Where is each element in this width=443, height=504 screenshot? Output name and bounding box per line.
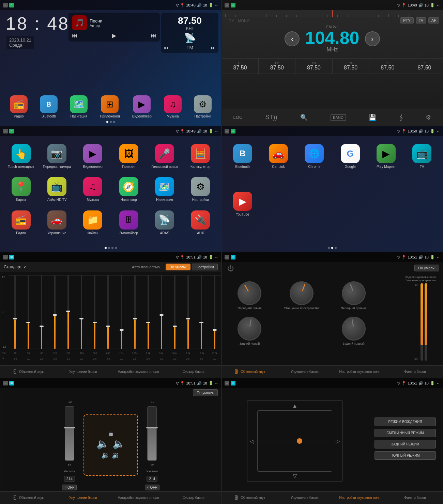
mixed-mode-btn[interactable]: СМЕШАННЫЙ РЕЖИМ [375,429,436,437]
eq-slider-9[interactable] [128,275,141,349]
minimize-btn[interactable]: – [225,3,229,7]
radio-prev-btn[interactable]: ‹ [285,31,300,46]
eq-slider-14[interactable] [195,275,208,349]
app-radio[interactable]: 📻 Радио [10,95,28,118]
app-adas[interactable]: 📡 ADAS [147,210,182,235]
bass-tab-filter[interactable]: Фильтр басов [166,492,221,504]
front-right-knob[interactable] [338,278,369,309]
app-nav[interactable]: 🗺️ Навигация [70,95,88,118]
tune-btn[interactable]: 𝄞 [399,114,403,121]
rear-left-knob[interactable] [236,315,263,342]
bass-off-btn[interactable]: < OFF [62,485,77,490]
app-chrome[interactable]: 🌐 Chrome [296,144,332,169]
bass-tab-surround[interactable]: 🎚 Объемный звук [0,492,56,504]
back-btn[interactable]: ← [436,3,440,7]
radio-next-btn[interactable]: ⏭ [211,45,216,50]
rear-right-knob[interactable] [340,315,367,342]
bass-left-track[interactable] [65,406,74,461]
eq-slider-11[interactable] [155,275,168,349]
app-steering[interactable]: 🚗 Управление [39,210,75,235]
app-limetv[interactable]: 📺 Лайм HD TV [39,177,75,202]
home-btn[interactable]: ⌂ [9,129,14,133]
bass-tab-bass[interactable]: Улучшение басов [56,492,111,504]
app-files[interactable]: 📁 Файлы [75,210,111,235]
back-btn[interactable]: ← [436,255,440,259]
eq-slider-8[interactable] [115,275,128,349]
loc-btn[interactable]: LOC [233,115,243,120]
sf-position-dot[interactable] [297,438,302,444]
home-btn[interactable]: ⌂ [231,129,235,133]
rear-mode-btn[interactable]: ЗАДНИЙ РЕЖИМ [375,440,436,448]
back-btn[interactable]: ← [436,381,440,385]
sp-tab-filter[interactable]: Фильтр басов [387,366,443,378]
app-navigation[interactable]: 🗺️ Навигация [147,177,182,202]
minimize-btn[interactable]: – [225,381,229,385]
radio-prev-btn[interactable]: ⏮ [164,45,169,50]
slider-track-2[interactable] [425,283,427,361]
search-btn[interactable]: 🔍 [300,114,308,121]
sf-tab-field[interactable]: Настройки звукового поля [332,492,387,504]
bass-off-btn-r[interactable]: < OFF [145,485,159,490]
eq-slider-3[interactable] [48,275,61,349]
space-knob[interactable] [286,278,317,309]
ta-btn[interactable]: TA [416,17,426,23]
sp-tab-surround[interactable]: 🎚 Объемный звук [222,366,277,378]
sf-arrow-left[interactable]: ◁ [250,438,254,444]
app-calc[interactable]: 🧮 Калькулятор [183,144,218,169]
app-bluetooth[interactable]: Β Bluetooth [225,144,260,169]
back-btn[interactable]: ← [215,3,218,7]
app-radio[interactable]: 📻 Радио [3,210,39,235]
minimize-btn[interactable]: – [225,255,229,259]
back-btn[interactable]: ← [215,381,218,385]
app-touch[interactable]: 👆 Touch-помощник [3,144,39,169]
preset-p3[interactable]: P3 87.50 [295,59,332,74]
eq-tab-filter[interactable]: Фильтр басов [166,366,221,378]
minimize-btn[interactable]: – [225,129,229,133]
sf-tab-surround[interactable]: 🎚 Объемный звук [222,492,277,504]
st-btn[interactable]: ST)) [265,114,277,121]
eq-default-btn[interactable]: По умолч. [166,264,190,270]
driving-mode-btn[interactable]: РЕЖИМ ВОЖДЕНИЯ [375,418,436,426]
radio-next-btn[interactable]: › [365,31,380,46]
app-bluetooth[interactable]: Β Bluetooth [40,95,58,118]
eq-slider-5[interactable] [75,275,88,349]
sp-tab-field[interactable]: Настройки звукового поля [332,366,387,378]
app-youtube[interactable]: ▶ YouTube [225,192,260,217]
af-btn[interactable]: AF [428,17,439,23]
bass-right-track[interactable] [147,406,157,461]
app-eq[interactable]: 🎚 Эквалайзер [111,210,147,235]
full-mode-btn[interactable]: ПОЛНЫЙ РЕЖИМ [375,451,436,460]
eq-slider-2[interactable] [35,275,48,349]
app-gallery[interactable]: 🖼 Галерея [111,144,147,169]
next-btn[interactable]: ⏭ [151,33,156,39]
home-btn[interactable]: ⌂ [9,3,14,7]
eq-settings-btn[interactable]: Настройки [192,264,218,270]
app-settings[interactable]: ⚙ Настройки [194,95,212,118]
band-btn[interactable]: BAND [331,114,346,121]
eq-tab-surround[interactable]: 🎚 Объемный звук [0,366,56,378]
minimize-btn[interactable]: – [3,129,8,133]
app-apps[interactable]: ⊞ Приложения [100,95,120,118]
app-playmarket[interactable]: ▶ Play Маркет [368,144,404,169]
prev-btn[interactable]: ⏮ [72,33,77,39]
front-left-knob[interactable] [233,277,266,310]
sf-arrow-right[interactable]: ▷ [336,438,340,444]
eq-slider-12[interactable] [169,275,181,349]
eq-preset-selector[interactable]: Стандарт ∨ [4,265,26,269]
eq-slider-15[interactable] [209,275,221,349]
sf-tab-bass[interactable]: Улучшение басов [277,492,332,504]
app-carlink[interactable]: 🚗 Car Link [260,144,296,169]
app-video[interactable]: ▶ Видеоплеер [132,95,152,118]
app-videoplayer[interactable]: ▶ Видеоплеер [75,144,111,169]
app-tv[interactable]: 📺 TV [404,144,440,169]
home-btn[interactable]: ⌂ [231,3,235,7]
slider-track-1[interactable] [421,283,423,361]
app-music[interactable]: ♫ Музыка [75,177,111,202]
bass-tab-field[interactable]: Настройки звукового поля [111,492,166,504]
eq-slider-6[interactable] [89,275,101,349]
minimize-btn[interactable]: – [3,255,8,259]
app-settings[interactable]: ⚙ Настройки [183,177,218,202]
app-front-camera[interactable]: 📷 Передняя камера [39,144,75,169]
sp-tab-bass[interactable]: Улучшение басов [277,366,332,378]
sf-arrow-up[interactable]: ▲ [292,403,297,409]
